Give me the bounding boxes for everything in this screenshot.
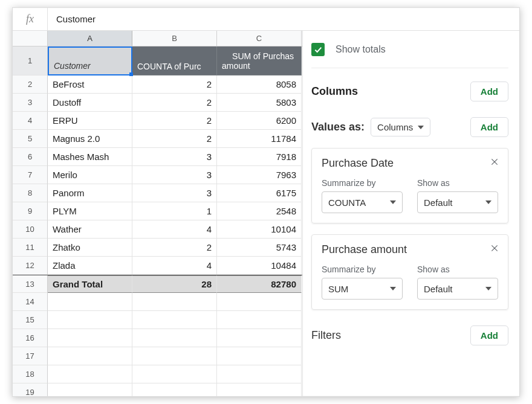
cell-count[interactable]: 4: [132, 220, 217, 239]
row-header[interactable]: 3: [13, 94, 48, 112]
col-header-c[interactable]: C: [217, 31, 302, 46]
pivot-editor-panel: Show totals Columns Add Values as: Colum…: [303, 31, 519, 396]
cell-customer[interactable]: Merilo: [48, 166, 132, 184]
empty-cell[interactable]: [48, 329, 132, 347]
cell-sum[interactable]: 2548: [217, 202, 302, 220]
summarize-by-dropdown[interactable]: SUM: [322, 278, 403, 300]
empty-cell[interactable]: [48, 311, 132, 329]
cell-sum[interactable]: 6175: [217, 184, 302, 202]
cell-count[interactable]: 2: [132, 239, 217, 257]
cell-count[interactable]: 2: [132, 130, 217, 148]
row-header[interactable]: 16: [13, 329, 48, 347]
values-as-dropdown[interactable]: Columns: [371, 118, 430, 136]
cell-sum[interactable]: 5803: [217, 94, 302, 112]
row-header[interactable]: 15: [13, 311, 48, 329]
value-card: Purchase amountSummarize bySUMShow asDef…: [311, 234, 508, 310]
row-header[interactable]: 6: [13, 148, 48, 166]
empty-cell[interactable]: [48, 365, 132, 383]
formula-input[interactable]: Customer: [48, 8, 519, 30]
row-header[interactable]: 4: [13, 112, 48, 130]
cell-customer[interactable]: Wather: [48, 220, 132, 239]
cell-customer[interactable]: ERPU: [48, 112, 132, 130]
empty-cell[interactable]: [217, 311, 302, 329]
values-add-button[interactable]: Add: [470, 117, 508, 137]
cell-count[interactable]: 4: [132, 257, 217, 275]
cell-count[interactable]: 3: [132, 184, 217, 202]
grand-total-sum[interactable]: 82780: [217, 275, 302, 293]
row-header[interactable]: 19: [13, 383, 48, 396]
cell-customer[interactable]: BeFrost: [48, 75, 132, 94]
filters-add-button[interactable]: Add: [470, 325, 508, 345]
remove-value-button[interactable]: [487, 241, 502, 255]
cell-sum[interactable]: 10104: [217, 220, 302, 239]
row-header[interactable]: 5: [13, 130, 48, 148]
row-header[interactable]: 12: [13, 257, 48, 275]
empty-cell[interactable]: [132, 329, 217, 347]
grand-total-count[interactable]: 28: [132, 275, 217, 293]
cell-customer[interactable]: PLYM: [48, 202, 132, 220]
show-as-label: Show as: [417, 265, 498, 274]
summarize-by-dropdown[interactable]: COUNTA: [322, 191, 403, 213]
cell-sum[interactable]: 5743: [217, 239, 302, 257]
row-header[interactable]: 17: [13, 347, 48, 365]
cell-sum[interactable]: 6200: [217, 112, 302, 130]
empty-cell[interactable]: [48, 293, 132, 311]
empty-cell[interactable]: [217, 365, 302, 383]
columns-add-button[interactable]: Add: [470, 82, 508, 101]
value-card: Purchase DateSummarize byCOUNTAShow asDe…: [311, 148, 508, 223]
row-header[interactable]: 2: [13, 75, 48, 94]
empty-cell[interactable]: [217, 347, 302, 365]
row-header[interactable]: 14: [13, 293, 48, 311]
remove-value-button[interactable]: [487, 155, 502, 169]
cell-sum[interactable]: 11784: [217, 130, 302, 148]
empty-cell[interactable]: [217, 329, 302, 347]
grand-total-label[interactable]: Grand Total: [48, 275, 132, 293]
cell-count[interactable]: 1: [132, 202, 217, 220]
cell-customer[interactable]: Zhatko: [48, 239, 132, 257]
cell-count[interactable]: 2: [132, 75, 217, 94]
row-header[interactable]: 13: [13, 275, 48, 293]
cell-sum[interactable]: 10484: [217, 257, 302, 275]
cell-customer[interactable]: Zlada: [48, 257, 132, 275]
cell-customer[interactable]: Mashes Mash: [48, 148, 132, 166]
empty-cell[interactable]: [48, 383, 132, 396]
check-icon: [313, 45, 323, 54]
show-as-label: Show as: [417, 178, 498, 188]
col-header-b[interactable]: B: [132, 31, 217, 46]
row-header[interactable]: 11: [13, 239, 48, 257]
row-header[interactable]: 8: [13, 184, 48, 202]
cell-sum[interactable]: 8058: [217, 75, 302, 94]
empty-cell[interactable]: [132, 347, 217, 365]
cell-sum[interactable]: 7963: [217, 166, 302, 184]
cell-count[interactable]: 2: [132, 112, 217, 130]
cell-customer[interactable]: Panorm: [48, 184, 132, 202]
empty-cell[interactable]: [132, 311, 217, 329]
chevron-down-icon: [485, 200, 491, 204]
row-header[interactable]: 9: [13, 202, 48, 220]
select-all-corner[interactable]: [13, 31, 48, 46]
cell-customer[interactable]: Magnus 2.0: [48, 130, 132, 148]
cell-c1[interactable]: SUM of Purchasamount: [217, 46, 302, 75]
cell-sum[interactable]: 7918: [217, 148, 302, 166]
row-header[interactable]: 1: [13, 46, 48, 75]
empty-cell[interactable]: [132, 383, 217, 396]
cell-count[interactable]: 3: [132, 148, 217, 166]
row-header[interactable]: 7: [13, 166, 48, 184]
value-card-title: Purchase amount: [322, 243, 498, 256]
row-header[interactable]: 18: [13, 365, 48, 383]
show-totals-checkbox[interactable]: [311, 43, 325, 56]
cell-count[interactable]: 2: [132, 94, 217, 112]
empty-cell[interactable]: [132, 365, 217, 383]
empty-cell[interactable]: [48, 347, 132, 365]
cell-b1[interactable]: COUNTA of Purc: [132, 46, 217, 75]
cell-count[interactable]: 3: [132, 166, 217, 184]
row-header[interactable]: 10: [13, 220, 48, 239]
col-header-a[interactable]: A: [48, 31, 132, 46]
show-as-dropdown[interactable]: Default: [417, 278, 498, 300]
empty-cell[interactable]: [217, 383, 302, 396]
cell-a1[interactable]: Customer: [48, 46, 132, 75]
show-as-dropdown[interactable]: Default: [417, 191, 498, 213]
empty-cell[interactable]: [217, 293, 302, 311]
cell-customer[interactable]: Dustoff: [48, 94, 132, 112]
empty-cell[interactable]: [132, 293, 217, 311]
